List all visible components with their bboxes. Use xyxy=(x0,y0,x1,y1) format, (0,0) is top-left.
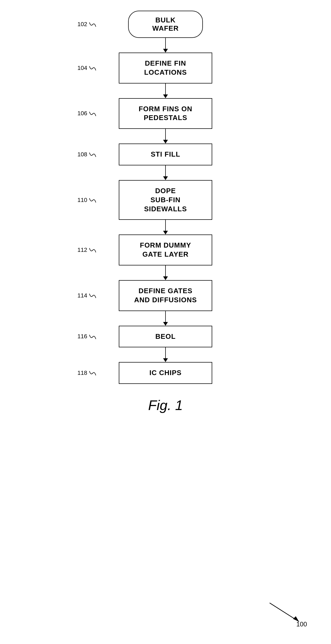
label-112: 112 xyxy=(77,247,96,253)
node-define-gates: DEFINE GATES AND DIFFUSIONS xyxy=(119,280,212,311)
arrow-6 xyxy=(163,265,168,280)
node-bulk-wafer: BULK WAFER xyxy=(128,11,203,38)
label-106: 106 xyxy=(77,110,96,117)
label-114: 114 xyxy=(77,292,96,299)
node-form-dummy-gate: FORM DUMMY GATE LAYER xyxy=(119,234,212,265)
node-row-116: 116 BEOL xyxy=(99,326,232,348)
arrow-3 xyxy=(163,129,168,144)
node-row-112: 112 FORM DUMMY GATE LAYER xyxy=(99,234,232,265)
node-dope-subfin: DOPE SUB-FIN SIDEWALLS xyxy=(119,180,212,220)
node-row-106: 106 FORM FINS ON PEDESTALS xyxy=(99,98,232,129)
arrow-5 xyxy=(163,220,168,234)
arrow-8 xyxy=(163,347,168,362)
flowchart-wrapper: 102 BULK WAFER 104 xyxy=(99,11,232,413)
arrow-2 xyxy=(163,84,168,98)
node-form-fins: FORM FINS ON PEDESTALS xyxy=(119,98,212,129)
node-row-110: 110 DOPE SUB-FIN SIDEWALLS xyxy=(99,180,232,220)
node-row-102: 102 BULK WAFER xyxy=(99,11,232,38)
node-row-104: 104 DEFINE FIN LOCATIONS xyxy=(99,53,232,84)
arrow-1 xyxy=(163,38,168,53)
arrow-7 xyxy=(163,311,168,326)
label-110: 110 xyxy=(77,197,96,204)
node-define-fin-locations: DEFINE FIN LOCATIONS xyxy=(119,53,212,84)
node-ic-chips: IC CHIPS xyxy=(119,362,212,384)
label-108: 108 xyxy=(77,151,96,158)
node-row-108: 108 STI FILL xyxy=(99,144,232,165)
node-beol: BEOL xyxy=(119,326,212,348)
diagram-container: 102 BULK WAFER 104 xyxy=(0,0,331,644)
arrow-4 xyxy=(163,165,168,180)
node-row-114: 114 DEFINE GATES AND DIFFUSIONS xyxy=(99,280,232,311)
label-102: 102 xyxy=(77,21,96,28)
corner-label: 100 xyxy=(296,621,307,628)
label-118: 118 xyxy=(77,369,96,376)
corner-arrow-100: 100 xyxy=(264,598,307,628)
label-116: 116 xyxy=(77,333,96,340)
node-sti-fill: STI FILL xyxy=(119,144,212,165)
figure-label: Fig. 1 xyxy=(148,397,183,413)
node-row-118: 118 IC CHIPS xyxy=(99,362,232,384)
label-104: 104 xyxy=(77,65,96,71)
